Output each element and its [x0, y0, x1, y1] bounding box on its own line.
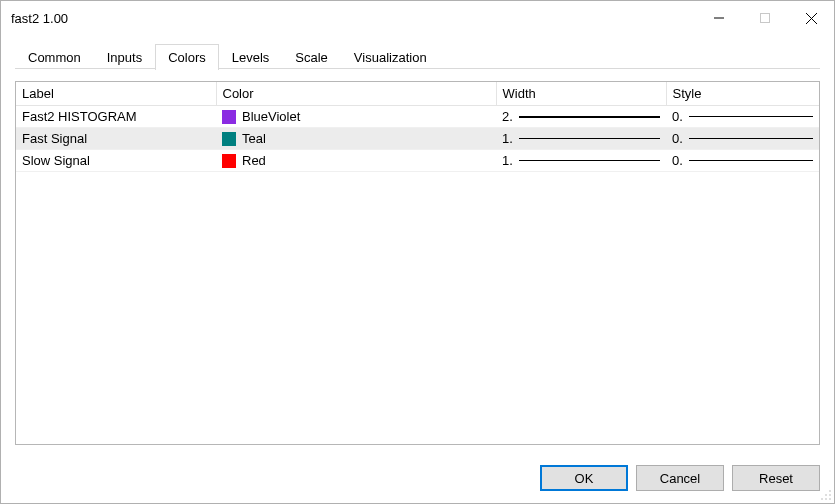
color-name: BlueViolet — [242, 109, 300, 124]
svg-point-6 — [829, 494, 831, 496]
style-sample-icon — [689, 138, 813, 139]
cell-width[interactable]: 1. — [496, 150, 666, 172]
width-value: 1. — [502, 153, 513, 168]
svg-point-5 — [825, 494, 827, 496]
cell-label[interactable]: Fast Signal — [16, 128, 216, 150]
dialog-body: Common Inputs Colors Levels Scale Visual… — [1, 35, 834, 455]
width-sample-icon — [519, 138, 660, 139]
row-label: Slow Signal — [22, 153, 90, 168]
table-row[interactable]: Fast2 HISTOGRAMBlueViolet2.0. — [16, 106, 819, 128]
color-name: Teal — [242, 131, 266, 146]
color-swatch-icon — [222, 110, 236, 124]
width-value: 1. — [502, 131, 513, 146]
cell-width[interactable]: 1. — [496, 128, 666, 150]
row-label: Fast2 HISTOGRAM — [22, 109, 137, 124]
cell-label[interactable]: Slow Signal — [16, 150, 216, 172]
tab-levels[interactable]: Levels — [219, 44, 283, 70]
resize-grip-icon[interactable] — [818, 487, 832, 501]
dialog-window: fast2 1.00 Common Inputs Colors Levels S… — [0, 0, 835, 504]
title-bar: fast2 1.00 — [1, 1, 834, 35]
svg-point-7 — [821, 498, 823, 500]
maximize-button — [742, 1, 788, 35]
style-sample-icon — [689, 160, 813, 161]
style-value: 0. — [672, 131, 683, 146]
cell-width[interactable]: 2. — [496, 106, 666, 128]
colors-table: Label Color Width Style Fast2 HISTOGRAMB… — [15, 81, 820, 445]
cell-color[interactable]: Teal — [216, 128, 496, 150]
cancel-button[interactable]: Cancel — [636, 465, 724, 491]
width-sample-icon — [519, 160, 660, 161]
color-swatch-icon — [222, 154, 236, 168]
width-value: 2. — [502, 109, 513, 124]
reset-button[interactable]: Reset — [732, 465, 820, 491]
col-header-label[interactable]: Label — [16, 82, 216, 106]
row-label: Fast Signal — [22, 131, 87, 146]
dialog-footer: OK Cancel Reset — [1, 455, 834, 503]
close-button[interactable] — [788, 1, 834, 35]
col-header-color[interactable]: Color — [216, 82, 496, 106]
tab-visualization[interactable]: Visualization — [341, 44, 440, 70]
cell-style[interactable]: 0. — [666, 150, 819, 172]
tab-scale[interactable]: Scale — [282, 44, 341, 70]
style-sample-icon — [689, 116, 813, 117]
tab-colors[interactable]: Colors — [155, 44, 219, 70]
cell-color[interactable]: Red — [216, 150, 496, 172]
minimize-button[interactable] — [696, 1, 742, 35]
table-row[interactable]: Slow SignalRed1.0. — [16, 150, 819, 172]
window-controls — [696, 1, 834, 35]
tab-inputs[interactable]: Inputs — [94, 44, 155, 70]
svg-rect-1 — [761, 14, 770, 23]
style-value: 0. — [672, 153, 683, 168]
cell-style[interactable]: 0. — [666, 128, 819, 150]
color-swatch-icon — [222, 132, 236, 146]
tab-strip: Common Inputs Colors Levels Scale Visual… — [15, 43, 820, 69]
svg-point-8 — [825, 498, 827, 500]
cell-label[interactable]: Fast2 HISTOGRAM — [16, 106, 216, 128]
color-name: Red — [242, 153, 266, 168]
width-sample-icon — [519, 116, 660, 118]
col-header-width[interactable]: Width — [496, 82, 666, 106]
svg-point-4 — [829, 490, 831, 492]
tab-common[interactable]: Common — [15, 44, 94, 70]
cell-style[interactable]: 0. — [666, 106, 819, 128]
svg-point-9 — [829, 498, 831, 500]
col-header-style[interactable]: Style — [666, 82, 819, 106]
window-title: fast2 1.00 — [11, 11, 696, 26]
ok-button[interactable]: OK — [540, 465, 628, 491]
cell-color[interactable]: BlueViolet — [216, 106, 496, 128]
style-value: 0. — [672, 109, 683, 124]
table-row[interactable]: Fast SignalTeal1.0. — [16, 128, 819, 150]
